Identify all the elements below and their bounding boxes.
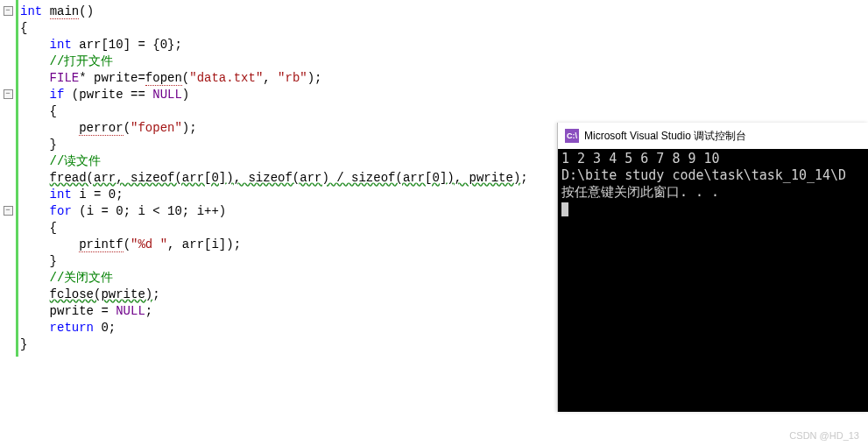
console-line-1: 1 2 3 4 5 6 7 8 9 10	[561, 151, 720, 166]
code-token: {	[20, 104, 57, 118]
code-token: "fopen"	[131, 121, 182, 135]
code-token: "data.txt"	[189, 71, 263, 85]
console-output: 1 2 3 4 5 6 7 8 9 10 D:\bite study code\…	[558, 149, 868, 219]
code-token: NULL	[152, 88, 182, 102]
code-line[interactable]: FILE* pwrite=fopen("data.txt", "rb");	[20, 70, 528, 87]
code-token: //读文件	[50, 154, 102, 168]
code-token: FILE	[50, 71, 80, 85]
code-token: (	[182, 71, 189, 85]
code-token: (i = 0; i < 10; i++)	[72, 204, 226, 218]
debug-console-window: C:\ Microsoft Visual Studio 调试控制台 1 2 3 …	[557, 123, 868, 412]
code-token: (	[123, 237, 131, 251]
code-line[interactable]: //打开文件	[20, 53, 528, 70]
code-token: int	[50, 188, 72, 202]
code-token	[20, 171, 50, 185]
code-token: 0;	[94, 321, 116, 335]
code-token: {	[20, 221, 57, 235]
code-token: fopen	[145, 71, 182, 86]
code-line[interactable]: fclose(pwrite);	[20, 287, 528, 303]
code-token	[20, 54, 50, 68]
code-area[interactable]: int main(){ int arr[10] = {0}; //打开文件 FI…	[18, 0, 532, 357]
code-token: if	[50, 88, 65, 102]
fold-toggle[interactable]: −	[4, 206, 13, 216]
code-token: int	[50, 38, 72, 52]
code-token: {	[20, 21, 27, 35]
watermark: CSDN @HD_13	[789, 430, 859, 441]
code-token	[20, 71, 50, 85]
code-line[interactable]: //关闭文件	[20, 270, 528, 287]
code-token: i = 0;	[72, 188, 123, 202]
code-token: );	[307, 71, 322, 85]
fold-gutter: −−−	[0, 0, 16, 357]
console-title: Microsoft Visual Studio 调试控制台	[584, 129, 746, 144]
code-line[interactable]: }	[20, 336, 528, 353]
fold-toggle[interactable]: −	[4, 89, 13, 99]
code-line[interactable]: return 0;	[20, 320, 528, 336]
code-token	[20, 38, 50, 52]
code-token	[20, 321, 50, 335]
code-token	[20, 237, 79, 251]
code-token: )	[182, 88, 189, 102]
code-token	[20, 287, 50, 301]
code-token: arr[10] = {0};	[72, 38, 182, 52]
code-token: );	[182, 121, 197, 135]
code-line[interactable]: int main()	[20, 4, 528, 20]
code-line[interactable]: //读文件	[20, 153, 528, 170]
code-token: //关闭文件	[50, 271, 114, 285]
code-token: "%d "	[131, 237, 167, 251]
code-line[interactable]: printf("%d ", arr[i]);	[20, 237, 528, 253]
code-token: //打开文件	[50, 54, 114, 68]
code-token: "rb"	[278, 71, 307, 85]
code-token	[42, 4, 49, 18]
code-token	[20, 154, 50, 168]
code-token: pwrite =	[20, 304, 116, 318]
code-token: main	[50, 4, 80, 19]
code-token: fread(arr, sizeof(arr[0]), sizeof(arr) /…	[50, 171, 521, 185]
code-token	[20, 204, 50, 218]
code-token	[20, 188, 50, 202]
code-token: perror	[79, 121, 123, 136]
code-line[interactable]: }	[20, 137, 528, 153]
code-token: ;	[520, 171, 527, 185]
code-token: * pwrite=	[79, 71, 145, 85]
code-token: , arr[i]);	[167, 237, 241, 251]
code-token: for	[50, 204, 72, 218]
code-token: (pwrite ==	[64, 88, 152, 102]
code-token: ;	[152, 287, 159, 301]
console-line-3: 按任意键关闭此窗口. . .	[561, 184, 719, 200]
code-line[interactable]: pwrite = NULL;	[20, 303, 528, 320]
code-line[interactable]: {	[20, 220, 528, 237]
code-token: NULL	[116, 304, 145, 318]
code-token	[20, 121, 79, 135]
vs-icon: C:\	[565, 129, 579, 143]
fold-toggle[interactable]: −	[4, 6, 13, 16]
code-line[interactable]: int arr[10] = {0};	[20, 37, 528, 53]
code-line[interactable]: {	[20, 20, 528, 37]
code-token: int	[20, 4, 42, 18]
code-line[interactable]: fread(arr, sizeof(arr[0]), sizeof(arr) /…	[20, 170, 528, 187]
code-editor[interactable]: −−− int main(){ int arr[10] = {0}; //打开文…	[0, 0, 561, 357]
code-line[interactable]: int i = 0;	[20, 187, 528, 203]
code-token: ()	[79, 4, 94, 18]
code-token: printf	[79, 237, 123, 252]
code-token: }	[20, 254, 57, 268]
code-token: }	[20, 138, 57, 152]
code-token: }	[20, 337, 27, 351]
console-cursor	[561, 202, 568, 216]
code-token: return	[50, 321, 94, 335]
console-line-2: D:\bite study code\task\task_10_14\D	[561, 167, 846, 183]
code-token: fclose(pwrite)	[50, 287, 153, 301]
code-token	[20, 271, 50, 285]
console-titlebar[interactable]: C:\ Microsoft Visual Studio 调试控制台	[558, 123, 868, 149]
code-line[interactable]: if (pwrite == NULL)	[20, 87, 528, 103]
code-token: ,	[263, 71, 278, 85]
code-token: (	[123, 121, 131, 135]
code-token: ;	[145, 304, 152, 318]
code-line[interactable]: perror("fopen");	[20, 120, 528, 137]
code-line[interactable]: }	[20, 253, 528, 270]
code-line[interactable]: for (i = 0; i < 10; i++)	[20, 203, 528, 220]
code-line[interactable]: {	[20, 103, 528, 120]
code-token	[20, 88, 50, 102]
